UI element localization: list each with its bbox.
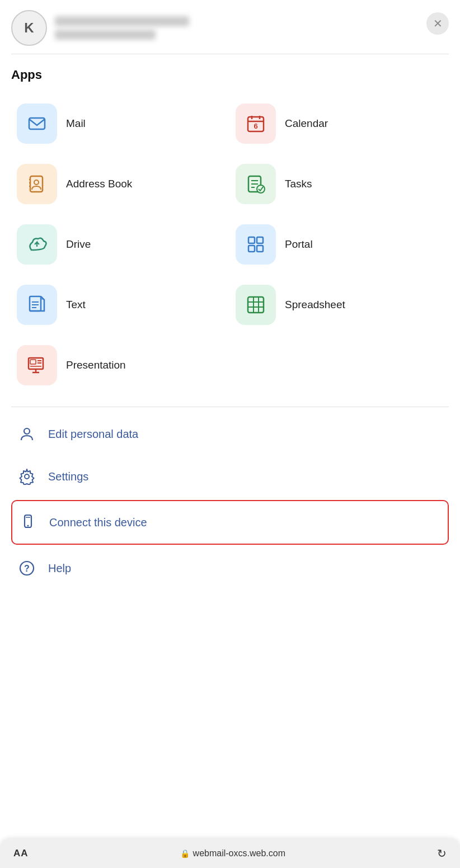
help-icon: ? bbox=[17, 558, 37, 578]
app-item-addressbook[interactable]: Address Book bbox=[11, 154, 230, 214]
user-details bbox=[55, 16, 189, 40]
apps-title: Apps bbox=[11, 68, 449, 82]
avatar: K bbox=[11, 10, 47, 46]
app-item-mail[interactable]: Mail bbox=[11, 93, 230, 154]
edit-personal-data-item[interactable]: Edit personal data bbox=[11, 413, 449, 455]
user-name-blurred bbox=[55, 16, 189, 26]
settings-item[interactable]: Settings bbox=[11, 455, 449, 498]
svg-rect-0 bbox=[29, 118, 45, 129]
reload-button[interactable]: ↻ bbox=[437, 847, 447, 860]
app-item-text[interactable]: Text bbox=[11, 275, 230, 335]
drive-label: Drive bbox=[66, 238, 91, 251]
connect-device-label: Connect this device bbox=[49, 516, 147, 529]
browser-bar: AA 🔒 webmail-oxcs.web.com ↻ bbox=[0, 839, 460, 868]
lock-icon: 🔒 bbox=[180, 849, 190, 858]
person-icon bbox=[17, 424, 37, 444]
addressbook-label: Address Book bbox=[66, 178, 132, 190]
svg-text:?: ? bbox=[24, 564, 30, 573]
svg-point-41 bbox=[27, 525, 29, 527]
font-size-control[interactable]: AA bbox=[13, 848, 29, 859]
svg-point-39 bbox=[25, 474, 29, 479]
svg-rect-20 bbox=[257, 246, 263, 252]
mail-label: Mail bbox=[66, 117, 86, 130]
svg-point-38 bbox=[24, 428, 30, 434]
gear-icon bbox=[17, 466, 37, 487]
text-icon bbox=[17, 285, 57, 325]
connect-device-item[interactable]: Connect this device bbox=[11, 500, 449, 545]
svg-text:6: 6 bbox=[254, 122, 257, 130]
app-item-spreadsheet[interactable]: Spreadsheet bbox=[230, 275, 449, 335]
drive-icon bbox=[17, 224, 57, 265]
app-item-calendar[interactable]: 6 Calendar bbox=[230, 93, 449, 154]
app-item-drive[interactable]: Drive bbox=[11, 214, 230, 275]
svg-rect-26 bbox=[248, 297, 264, 313]
device-icon bbox=[18, 512, 38, 532]
edit-personal-data-label: Edit personal data bbox=[48, 428, 138, 441]
links-section: Edit personal data Settings Connect this… bbox=[0, 407, 460, 595]
url-display[interactable]: 🔒 webmail-oxcs.web.com bbox=[180, 848, 285, 858]
apps-section: Apps Mail 6 Calen bbox=[0, 54, 460, 407]
settings-label: Settings bbox=[48, 470, 88, 483]
help-item[interactable]: ? Help bbox=[11, 547, 449, 589]
svg-rect-18 bbox=[257, 237, 263, 243]
tasks-icon bbox=[236, 164, 276, 204]
portal-icon bbox=[236, 224, 276, 265]
top-bar: K ✕ bbox=[0, 0, 460, 54]
app-item-portal[interactable]: Portal bbox=[230, 214, 449, 275]
addressbook-icon bbox=[17, 164, 57, 204]
mail-icon bbox=[17, 103, 57, 144]
text-label: Text bbox=[66, 299, 86, 311]
app-item-presentation[interactable]: Presentation bbox=[11, 335, 449, 395]
user-email-blurred bbox=[55, 30, 156, 40]
apps-grid: Mail 6 Calendar bbox=[11, 93, 449, 395]
close-button[interactable]: ✕ bbox=[426, 12, 449, 35]
svg-rect-19 bbox=[248, 246, 255, 252]
svg-rect-21 bbox=[30, 296, 41, 311]
svg-rect-17 bbox=[248, 237, 255, 243]
presentation-label: Presentation bbox=[66, 359, 126, 371]
presentation-icon bbox=[17, 345, 57, 385]
tasks-label: Tasks bbox=[285, 178, 312, 190]
svg-point-7 bbox=[34, 180, 39, 185]
spreadsheet-icon bbox=[236, 285, 276, 325]
app-item-tasks[interactable]: Tasks bbox=[230, 154, 449, 214]
spreadsheet-label: Spreadsheet bbox=[285, 299, 345, 311]
avatar-initial: K bbox=[24, 20, 34, 36]
svg-rect-32 bbox=[30, 360, 36, 364]
url-text: webmail-oxcs.web.com bbox=[193, 848, 285, 858]
calendar-icon: 6 bbox=[236, 103, 276, 144]
portal-label: Portal bbox=[285, 238, 313, 251]
help-label: Help bbox=[48, 562, 71, 575]
calendar-label: Calendar bbox=[285, 117, 328, 130]
user-info: K bbox=[11, 10, 189, 46]
